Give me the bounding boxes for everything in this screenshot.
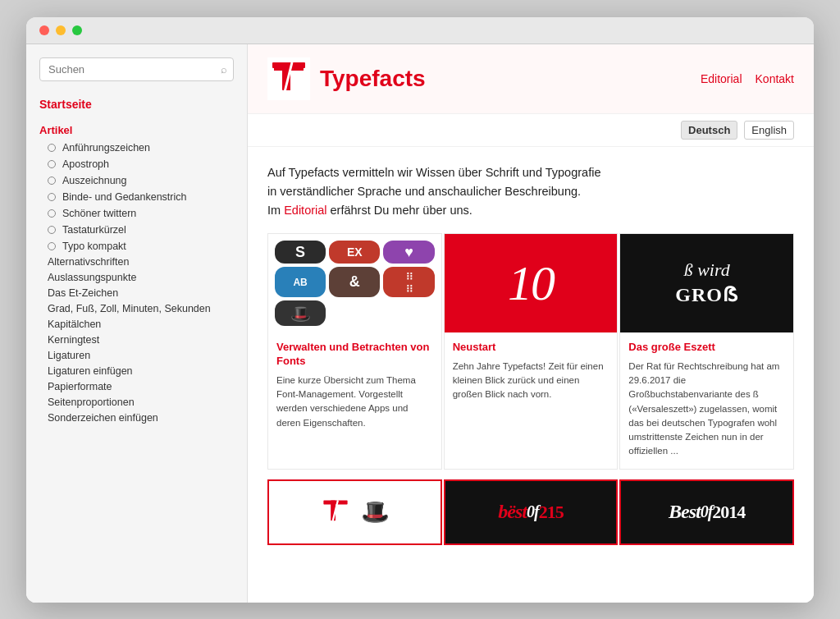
app-icon-4: AB: [275, 267, 326, 297]
article-thumbnail-fonts: S EX ♥ AB & ⁝⁝⁝⁝ 🎩: [268, 234, 441, 332]
sidebar: ⌕ Startseite Artikel Anführungszeichen A…: [26, 44, 248, 603]
intro-line3-prefix: Im: [267, 204, 284, 217]
article-thumbnail-eszett: ß wird GROẞ: [620, 234, 793, 332]
article-excerpt-eszett: Der Rat für Rechtschreibung hat am 29.6.…: [628, 360, 785, 459]
thumb-neustart-visual: 10: [445, 234, 618, 332]
bottom-thumb-tf[interactable]: 🎩: [267, 479, 442, 545]
article-excerpt-neustart: Zehn Jahre Typefacts! Zeit für einen kle…: [453, 360, 609, 402]
intro-text: Auf Typefacts vermitteln wir Wissen über…: [248, 147, 814, 234]
thumb-eszett-visual: ß wird GROẞ: [620, 234, 793, 332]
browser-content: ⌕ Startseite Artikel Anführungszeichen A…: [26, 44, 814, 603]
bullet-icon: [48, 242, 56, 250]
sidebar-item-auslassungspunkte[interactable]: Auslassungspunkte: [26, 270, 247, 286]
intro-editorial-link[interactable]: Editorial: [284, 204, 326, 217]
bullet-icon: [48, 144, 56, 152]
article-title-eszett: Das große Eszett: [628, 341, 785, 355]
sidebar-search-container: ⌕: [39, 57, 234, 81]
app-icon-1: S: [275, 241, 326, 264]
article-title-fonts: Verwalten und Betrachten von Fonts: [276, 341, 433, 369]
browser-window: ⌕ Startseite Artikel Anführungszeichen A…: [26, 17, 814, 603]
editorial-link[interactable]: Editorial: [701, 72, 742, 85]
header-nav: Editorial Kontakt: [701, 72, 794, 85]
article-body-fonts: Verwalten und Betrachten von Fonts Eine …: [268, 332, 441, 440]
sidebar-item-et-zeichen[interactable]: Das Et-Zeichen: [26, 286, 247, 301]
intro-line2: in verständlicher Sprache und anschaulic…: [267, 185, 581, 198]
article-thumbnail-neustart: 10: [445, 234, 618, 332]
sidebar-startseite[interactable]: Startseite: [26, 94, 247, 117]
sidebar-item-sonderzeichen[interactable]: Sonderzeichen einfügen: [26, 410, 247, 426]
bestof14-visual: Best 0f 2014: [621, 481, 792, 543]
app-icon-2: EX: [329, 241, 380, 264]
article-card-fonts[interactable]: S EX ♥ AB & ⁝⁝⁝⁝ 🎩 Verwalten und Betra: [267, 233, 442, 470]
intro-line3-suffix: erfährst Du mehr über uns.: [327, 204, 472, 217]
main-content: Typefacts Editorial Kontakt Deutsch Engl…: [248, 44, 814, 603]
kontakt-link[interactable]: Kontakt: [756, 72, 794, 85]
minimize-dot[interactable]: [56, 25, 66, 35]
english-button[interactable]: English: [744, 121, 794, 140]
article-body-neustart: Neustart Zehn Jahre Typefacts! Zeit für …: [445, 332, 618, 412]
sidebar-item-typo[interactable]: Typo kompakt: [26, 238, 247, 254]
sidebar-item-tastatur[interactable]: Tastaturkürzel: [26, 222, 247, 238]
bullet-icon: [48, 160, 56, 168]
article-excerpt-fonts: Eine kurze Übersicht zum Thema Font-Mana…: [276, 374, 433, 430]
fullscreen-dot[interactable]: [72, 25, 82, 35]
thumb-apps: S EX ♥ AB & ⁝⁝⁝⁝ 🎩: [268, 234, 441, 332]
bullet-icon: [48, 226, 56, 234]
browser-titlebar: [26, 17, 814, 44]
bottom-grid: 🎩 bëst 0f 215 Best 0f 2014: [248, 479, 814, 552]
bullet-icon: [48, 193, 56, 201]
sidebar-item-alternativschriften[interactable]: Alternativschriften: [26, 254, 247, 270]
sidebar-item-anfuehrungszeichen[interactable]: Anführungszeichen: [26, 140, 247, 156]
app-icon-6: ⁝⁝⁝⁝: [383, 267, 434, 297]
app-icon-3: ♥: [383, 241, 434, 264]
sidebar-item-twittern[interactable]: Schöner twittern: [26, 205, 247, 222]
logo-container[interactable]: [267, 57, 310, 100]
article-body-eszett: Das große Eszett Der Rat für Rechtschrei…: [620, 332, 793, 469]
article-card-eszett[interactable]: ß wird GROẞ Das große Eszett Der Rat für…: [619, 233, 794, 470]
lang-switcher: Deutsch English: [248, 114, 814, 147]
sidebar-item-papierformate[interactable]: Papierformate: [26, 379, 247, 395]
close-dot[interactable]: [39, 25, 49, 35]
sidebar-artikel-heading: Artikel: [26, 117, 247, 140]
bullet-icon: [48, 209, 56, 218]
sidebar-item-ligaturen[interactable]: Ligaturen: [26, 348, 247, 364]
sidebar-item-auszeichnung[interactable]: Auszeichnung: [26, 172, 247, 189]
search-icon: ⌕: [221, 63, 227, 76]
thumb-tf-logo-visual: 🎩: [269, 481, 441, 543]
sidebar-item-grad[interactable]: Grad, Fuß, Zoll, Minuten, Sekunden: [26, 301, 247, 317]
article-card-neustart[interactable]: 10 Neustart Zehn Jahre Typefacts! Zeit f…: [444, 233, 619, 470]
bullet-icon: [48, 177, 56, 185]
site-title: Typefacts: [320, 66, 701, 92]
search-input[interactable]: [39, 57, 234, 81]
deutsch-button[interactable]: Deutsch: [681, 121, 737, 140]
sidebar-item-kapitalchen[interactable]: Kapitälchen: [26, 317, 247, 332]
bottom-thumb-bestof14[interactable]: Best 0f 2014: [619, 479, 794, 545]
sidebar-item-kerningtest[interactable]: Kerningtest: [26, 332, 247, 348]
sidebar-item-binde[interactable]: Binde- und Gedankenstrich: [26, 189, 247, 205]
intro-line1: Auf Typefacts vermitteln wir Wissen über…: [267, 166, 600, 179]
bestof15-visual: bëst 0f 215: [445, 481, 617, 543]
main-header: Typefacts Editorial Kontakt: [248, 44, 814, 114]
sidebar-item-ligaturen-einfuegen[interactable]: Ligaturen einfügen: [26, 364, 247, 379]
sidebar-item-apostroph[interactable]: Apostroph: [26, 156, 247, 172]
app-icon-5: &: [329, 267, 380, 297]
articles-grid: S EX ♥ AB & ⁝⁝⁝⁝ 🎩 Verwalten und Betra: [248, 233, 814, 479]
app-icon-7: 🎩: [275, 300, 326, 326]
sidebar-item-seitenproportionen[interactable]: Seitenproportionen: [26, 395, 247, 410]
article-title-neustart: Neustart: [453, 341, 609, 355]
bottom-thumb-bestof15[interactable]: bëst 0f 215: [444, 479, 619, 545]
hat-icon: 🎩: [361, 498, 390, 525]
site-logo: [267, 57, 310, 100]
